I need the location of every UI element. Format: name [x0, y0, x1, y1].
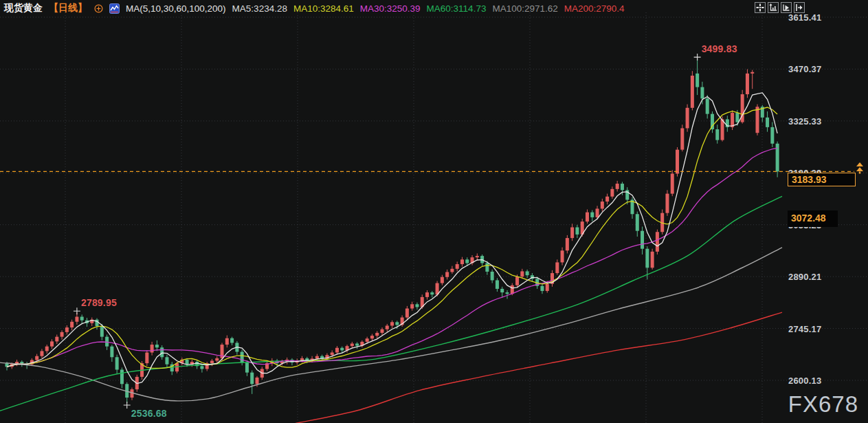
indicator-chart-button[interactable] — [109, 3, 120, 14]
timeframe-label[interactable]: 【日线】 — [49, 2, 87, 14]
candle — [75, 317, 78, 322]
candle — [636, 214, 639, 230]
candle — [610, 189, 614, 197]
candle — [335, 348, 339, 353]
candle — [55, 337, 58, 342]
candle — [80, 317, 84, 321]
candle — [100, 326, 104, 337]
price-up-arrow-icon[interactable] — [854, 162, 865, 174]
crosshair-icon[interactable] — [755, 2, 766, 13]
candle — [405, 309, 409, 318]
candle — [215, 358, 219, 361]
candle — [450, 269, 454, 272]
candle — [700, 87, 704, 99]
candle — [381, 329, 384, 333]
candle — [245, 362, 249, 373]
candles-layer — [5, 58, 779, 403]
chart-window: 现货黄金 【日线】 MA(5,10,30,60,100,200) MA5:323… — [0, 0, 868, 423]
candle — [456, 264, 459, 269]
jump-latest-icon[interactable] — [794, 2, 805, 13]
candle — [616, 184, 619, 189]
candle — [680, 128, 684, 149]
candle — [555, 262, 559, 273]
candle — [776, 144, 779, 172]
candle — [596, 208, 599, 217]
price-annotation: 3499.83 — [702, 43, 737, 54]
candle — [370, 336, 374, 338]
candle — [485, 263, 489, 271]
candle — [526, 271, 529, 275]
candle — [331, 353, 334, 356]
candle — [410, 304, 414, 308]
candle — [386, 326, 389, 329]
candle — [645, 249, 649, 268]
grid-layer — [0, 12, 868, 423]
circle-plus-icon — [94, 4, 103, 13]
candle — [375, 333, 379, 336]
y-axis-label: 3325.33 — [788, 116, 821, 127]
candle — [415, 304, 419, 307]
y-axis-label: 2600.13 — [788, 376, 821, 386]
last-price-tag: 3183.93 — [788, 173, 856, 186]
candle — [520, 271, 524, 276]
candle — [695, 74, 699, 87]
ma-readout: MA10:3284.61 — [293, 3, 354, 14]
candle — [186, 360, 189, 365]
ma-readout: MA60:3114.73 — [427, 3, 487, 14]
candle — [715, 129, 719, 140]
candle — [511, 285, 514, 294]
candle — [445, 272, 449, 276]
candle — [390, 322, 394, 325]
extreme-marker-icon — [694, 54, 701, 61]
ma-line-ma200 — [296, 312, 782, 423]
candle — [120, 369, 124, 384]
candle — [770, 127, 774, 144]
candle — [465, 259, 469, 263]
candle — [210, 360, 214, 363]
candle — [145, 353, 148, 364]
y-axis-label: 3470.37 — [788, 64, 821, 74]
candle — [605, 197, 609, 202]
candle — [561, 250, 564, 262]
candle — [570, 227, 574, 238]
symbol-title: 现货黄金 — [4, 2, 43, 14]
candle — [735, 113, 739, 122]
add-indicator-button[interactable] — [93, 3, 103, 13]
axis-scale-icon[interactable] — [768, 2, 779, 13]
candle — [721, 119, 724, 140]
candle — [566, 238, 569, 250]
ma-line-ma60 — [0, 196, 782, 411]
candle — [35, 356, 38, 360]
candle — [590, 213, 594, 217]
candle — [546, 284, 549, 291]
y-axis-label: 2890.21 — [788, 272, 821, 282]
candle — [366, 338, 369, 342]
watermark: FX678 — [788, 391, 858, 417]
candle — [476, 256, 479, 257]
candle — [250, 373, 254, 384]
candle — [586, 213, 589, 222]
candle — [50, 341, 54, 346]
ma-readout: MA5:3234.28 — [232, 3, 287, 14]
candle — [651, 252, 654, 268]
candle — [395, 322, 399, 325]
candle — [601, 202, 604, 208]
chart-header: 现货黄金 【日线】 MA(5,10,30,60,100,200) MA5:323… — [4, 2, 625, 14]
candle — [500, 289, 504, 292]
secondary-price-tag: 3072.48 — [788, 210, 838, 227]
candle — [641, 231, 644, 249]
candle — [430, 292, 434, 294]
candle — [665, 194, 669, 213]
candle — [315, 356, 319, 359]
candle — [460, 259, 464, 264]
chart-canvas[interactable] — [0, 0, 868, 423]
candle — [60, 332, 64, 337]
candle — [70, 322, 74, 327]
candle — [441, 277, 444, 283]
auto-scroll-icon[interactable] — [781, 2, 792, 13]
candle — [515, 276, 519, 285]
candle — [151, 345, 154, 352]
candle — [40, 351, 43, 356]
candle — [540, 286, 544, 291]
candle — [750, 72, 754, 74]
